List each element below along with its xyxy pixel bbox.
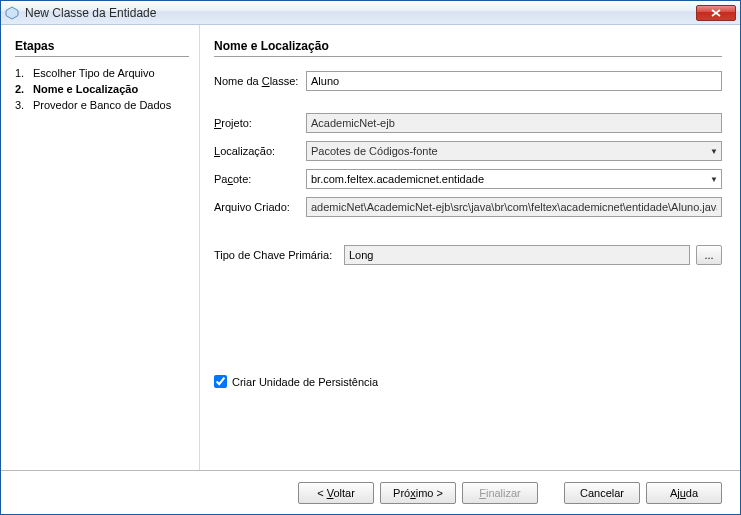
created-file-input — [306, 197, 722, 217]
titlebar[interactable]: New Classe da Entidade — [1, 1, 740, 25]
location-row: Localização: ▼ — [214, 141, 722, 161]
package-combobox[interactable]: ▼ — [306, 169, 722, 189]
class-name-row: Nome da Classe: — [214, 71, 722, 91]
pk-type-label: Tipo de Chave Primária: — [214, 249, 344, 261]
finish-button: Finalizar — [462, 482, 538, 504]
package-input[interactable] — [306, 169, 722, 189]
panel-heading: Nome e Localização — [214, 39, 722, 57]
created-file-row: Arquivo Criado: — [214, 197, 722, 217]
window-title: New Classe da Entidade — [25, 6, 696, 20]
svg-marker-0 — [6, 7, 18, 19]
steps-sidebar: Etapas 1.Escolher Tipo de Arquivo 2.Nome… — [1, 25, 199, 470]
pk-type-input — [344, 245, 690, 265]
step-1: 1.Escolher Tipo de Arquivo — [15, 65, 189, 81]
step-3: 3.Provedor e Banco de Dados — [15, 97, 189, 113]
back-button[interactable]: < Voltar — [298, 482, 374, 504]
close-icon — [711, 9, 721, 17]
step-2: 2.Nome e Localização — [15, 81, 189, 97]
pk-type-row: Tipo de Chave Primária: ... — [214, 245, 722, 265]
pk-type-browse-button[interactable]: ... — [696, 245, 722, 265]
app-icon — [5, 6, 19, 20]
sidebar-decoration — [1, 270, 199, 470]
package-row: Pacote: ▼ — [214, 169, 722, 189]
location-value[interactable] — [306, 141, 722, 161]
main-panel: Nome e Localização Nome da Classe: Proje… — [199, 25, 740, 470]
content-area: Etapas 1.Escolher Tipo de Arquivo 2.Nome… — [1, 25, 740, 470]
location-label: Localização: — [214, 145, 306, 157]
button-bar: < Voltar Próximo > Finalizar Cancelar Aj… — [1, 470, 740, 515]
dialog-window: New Classe da Entidade Etapas 1.Escolher… — [0, 0, 741, 515]
created-file-label: Arquivo Criado: — [214, 201, 306, 213]
help-button[interactable]: Ajuda — [646, 482, 722, 504]
steps-list: 1.Escolher Tipo de Arquivo 2.Nome e Loca… — [15, 65, 189, 113]
project-input — [306, 113, 722, 133]
steps-heading: Etapas — [15, 39, 189, 57]
persistence-label: Criar Unidade de Persistência — [232, 376, 378, 388]
project-label: Projeto: — [214, 117, 306, 129]
close-button[interactable] — [696, 5, 736, 21]
next-button[interactable]: Próximo > — [380, 482, 456, 504]
package-label: Pacote: — [214, 173, 306, 185]
class-name-input[interactable] — [306, 71, 722, 91]
project-row: Projeto: — [214, 113, 722, 133]
cancel-button[interactable]: Cancelar — [564, 482, 640, 504]
class-name-label: Nome da Classe: — [214, 75, 306, 87]
persistence-checkbox[interactable] — [214, 375, 227, 388]
persistence-row: Criar Unidade de Persistência — [214, 375, 722, 388]
location-select[interactable]: ▼ — [306, 141, 722, 161]
